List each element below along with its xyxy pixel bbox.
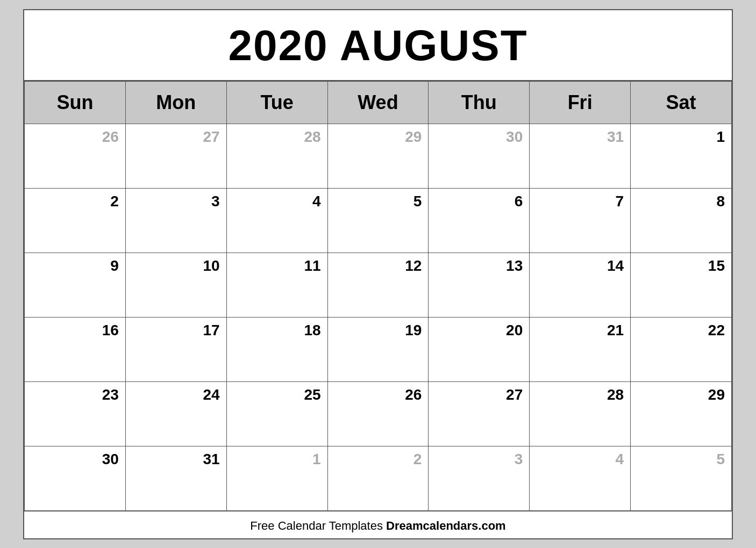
calendar-cell: 27 [429,381,530,446]
calendar-title: 2020 AUGUST [24,10,732,81]
calendar-cell: 13 [429,253,530,317]
calendar-cell: 19 [327,317,429,381]
day-header-sat: Sat [631,81,732,124]
calendar-cell: 12 [327,253,429,317]
calendar-cell: 8 [631,188,732,253]
calendar-cell: 11 [226,253,327,317]
calendar-cell: 28 [530,381,631,446]
calendar-cell: 3 [429,446,530,510]
calendar-cell: 25 [226,381,327,446]
calendar-cell: 27 [125,124,226,188]
week-row-4: 16171819202122 [25,317,732,381]
calendar-cell: 9 [25,253,126,317]
calendar-cell: 29 [327,124,429,188]
day-header-wed: Wed [327,81,429,124]
footer-regular-text: Free Calendar Templates [250,519,386,532]
calendar-cell: 5 [327,188,429,253]
calendar-cell: 29 [631,381,732,446]
calendar-cell: 22 [631,317,732,381]
calendar-cell: 30 [25,446,126,510]
calendar-cell: 16 [25,317,126,381]
footer-bold-text: Dreamcalendars.com [386,519,506,532]
calendar-cell: 1 [631,124,732,188]
calendar-cell: 4 [530,446,631,510]
calendar-cell: 1 [226,446,327,510]
calendar-cell: 31 [530,124,631,188]
day-header-fri: Fri [530,81,631,124]
calendar-cell: 14 [530,253,631,317]
calendar-cell: 30 [429,124,530,188]
calendar-cell: 18 [226,317,327,381]
week-row-2: 2345678 [25,188,732,253]
calendar-cell: 24 [125,381,226,446]
calendar-cell: 26 [327,381,429,446]
calendar-cell: 3 [125,188,226,253]
week-row-5: 23242526272829 [25,381,732,446]
week-row-3: 9101112131415 [25,253,732,317]
day-header-mon: Mon [125,81,226,124]
calendar-cell: 10 [125,253,226,317]
day-header-tue: Tue [226,81,327,124]
calendar-cell: 20 [429,317,530,381]
calendar-container: 2020 AUGUST SunMonTueWedThuFriSat 262728… [23,9,733,539]
day-header-thu: Thu [429,81,530,124]
calendar-footer: Free Calendar Templates Dreamcalendars.c… [24,511,732,538]
calendar-cell: 17 [125,317,226,381]
calendar-cell: 15 [631,253,732,317]
calendar-cell: 21 [530,317,631,381]
calendar-cell: 6 [429,188,530,253]
calendar-cell: 2 [327,446,429,510]
calendar-cell: 28 [226,124,327,188]
calendar-cell: 2 [25,188,126,253]
calendar-cell: 5 [631,446,732,510]
calendar-cell: 4 [226,188,327,253]
calendar-cell: 31 [125,446,226,510]
week-row-6: 303112345 [25,446,732,510]
calendar-grid: SunMonTueWedThuFriSat 262728293031123456… [24,81,732,511]
calendar-cell: 23 [25,381,126,446]
week-row-1: 2627282930311 [25,124,732,188]
day-header-sun: Sun [25,81,126,124]
calendar-cell: 7 [530,188,631,253]
calendar-cell: 26 [25,124,126,188]
day-headers-row: SunMonTueWedThuFriSat [25,81,732,124]
